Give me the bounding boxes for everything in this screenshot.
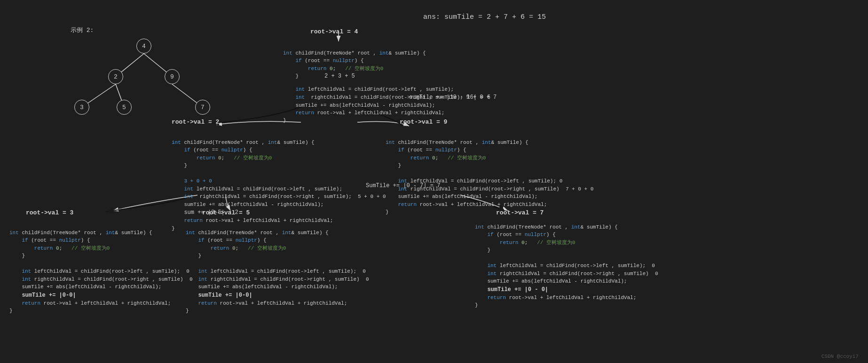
code-root9: int childFind(TreeNode* root , int& sumT… xyxy=(386,131,593,224)
main-container: ans: sumTile = 2 + 7 + 6 = 15 示例 2: xyxy=(0,0,868,363)
sum-tile-6: sumTile += |10 - 16| = 6 xyxy=(409,94,490,101)
tree-node-5: 5 xyxy=(117,100,132,115)
ans-label: ans: sumTile = 2 + 7 + 6 = 15 xyxy=(423,13,546,21)
root4-label: root->val = 4 xyxy=(310,28,358,35)
root9-label: root->val = 9 xyxy=(400,118,447,126)
code-root4-ret: return root->val + leftChildVal + rightC… xyxy=(283,101,444,132)
code-root7: int childFind(TreeNode* root , int& sumT… xyxy=(475,215,658,317)
tree-node-3: 3 xyxy=(74,100,89,115)
root3-label: root->val = 3 xyxy=(26,209,73,216)
tree-node-2: 2 xyxy=(108,69,123,84)
code-root5: int childFind(TreeNode* root , int& sumT… xyxy=(186,221,369,323)
csdn-watermark: CSDN @ccoyi7 xyxy=(821,354,859,359)
example-label: 示例 2: xyxy=(71,26,94,34)
tree-node-4: 4 xyxy=(136,39,151,54)
code-root3: int childFind(TreeNode* root , int& sumT… xyxy=(9,221,192,323)
tree-node-7t: 7 xyxy=(195,100,210,115)
root5-label: root->val = 5 xyxy=(202,209,250,216)
root2-label: root->val = 2 xyxy=(172,118,219,126)
sum-tile-7: SumTile += |0 - 7| = 7 xyxy=(366,182,440,189)
tree-node-9: 9 xyxy=(165,69,180,84)
